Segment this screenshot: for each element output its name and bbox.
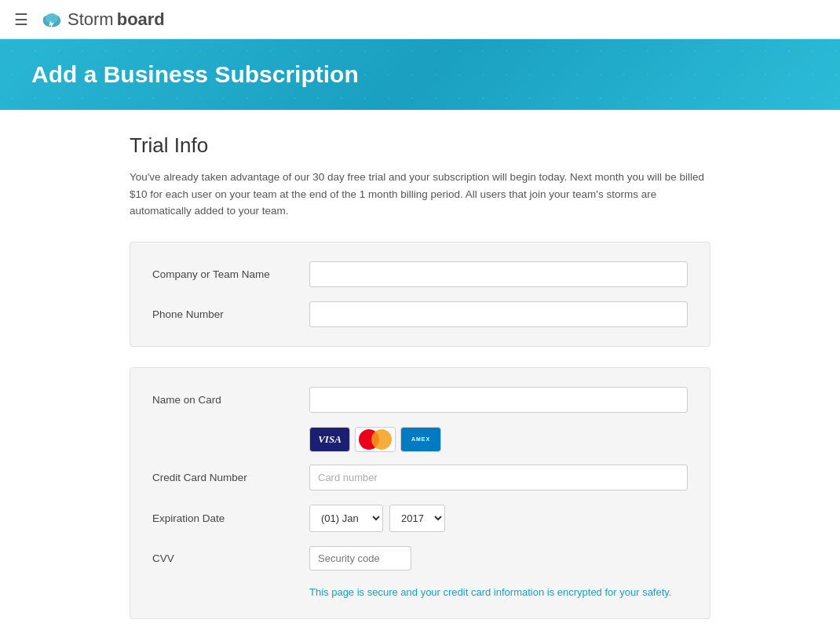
expiry-year-select[interactable]: 2017 2018 2019 2020 2021 2022 2023 2024 … [389,505,445,532]
amex-text: AMEX [411,436,430,442]
expiry-container: (01) Jan (02) Feb (03) Mar (04) Apr (05)… [309,505,445,532]
card-number-input[interactable] [309,465,688,490]
navbar: ☰ Stormboard [0,0,840,39]
name-on-card-row: Name on Card [152,387,688,413]
logo-icon [39,7,64,32]
company-name-row: Company or Team Name [152,261,688,287]
main-content: Trial Info You've already taken advantag… [114,110,726,638]
mc-circle-right [371,429,392,450]
phone-number-row: Phone Number [152,301,688,327]
cvv-row: CVV [152,546,688,571]
logo-board-text: board [117,9,165,30]
phone-number-label: Phone Number [152,308,309,320]
logo: Stormboard [39,7,165,32]
credit-card-row: Credit Card Number [152,465,688,490]
company-name-input[interactable] [309,261,688,287]
visa-logo: VISA [309,427,350,452]
cvv-input[interactable] [309,546,411,571]
section-title: Trial Info [130,133,710,158]
expiration-label: Expiration Date [152,512,309,524]
payment-info-card: Name on Card VISA AMEX Credit Card Numbe… [130,367,710,620]
expiration-row: Expiration Date (01) Jan (02) Feb (03) M… [152,505,688,532]
logo-storm-text: Storm [68,9,114,30]
amex-logo: AMEX [400,427,441,452]
company-info-card: Company or Team Name Phone Number [130,242,710,347]
page-title: Add a Business Subscription [31,61,809,88]
expiry-month-select[interactable]: (01) Jan (02) Feb (03) Mar (04) Apr (05)… [309,505,383,532]
name-on-card-input[interactable] [309,387,688,413]
hero-banner: Add a Business Subscription [0,39,840,110]
card-logos: VISA AMEX [309,427,688,452]
menu-icon[interactable]: ☰ [14,10,28,29]
name-on-card-label: Name on Card [152,394,309,406]
svg-point-3 [46,13,58,24]
phone-number-input[interactable] [309,301,688,327]
cvv-label: CVV [152,552,309,564]
trial-description: You've already taken advantage of our 30… [130,169,710,220]
company-name-label: Company or Team Name [152,268,309,280]
credit-card-label: Credit Card Number [152,472,309,483]
security-note: This page is secure and your credit card… [309,585,688,600]
mastercard-logo [355,427,396,452]
